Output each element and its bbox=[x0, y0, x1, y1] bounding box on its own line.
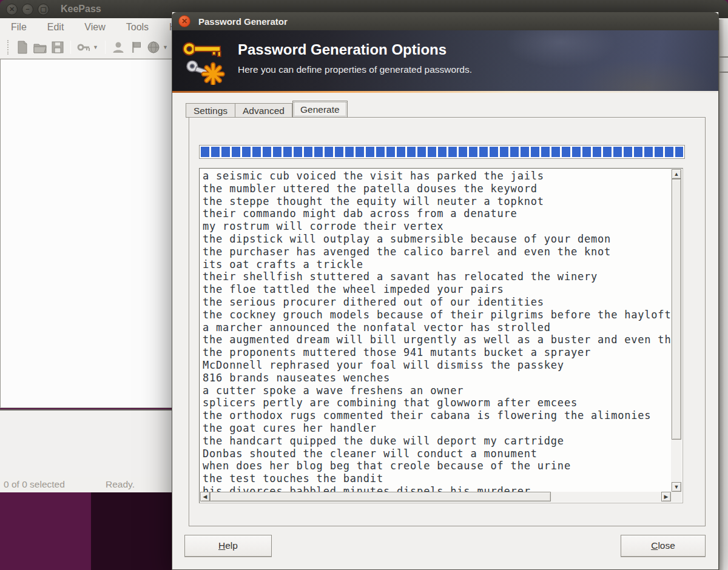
password-line: the floe tattled the wheel impeded your … bbox=[203, 283, 671, 296]
menu-item-tools[interactable]: Tools bbox=[116, 22, 159, 33]
password-generator-dialog: ✕ Password Generator Password Generation… bbox=[172, 12, 719, 570]
dialog-titlebar[interactable]: ✕ Password Generator bbox=[172, 12, 719, 30]
main-window-right-edge bbox=[719, 19, 728, 570]
password-line: their shellfish stuttered a savant has r… bbox=[203, 270, 671, 283]
open-database-icon[interactable] bbox=[33, 40, 47, 55]
password-line: the purchaser has avenged the calico bar… bbox=[203, 246, 671, 258]
horizontal-scrollbar[interactable]: ◀ ▶ bbox=[200, 492, 671, 502]
chevron-down-icon[interactable]: ▼ bbox=[163, 44, 168, 50]
password-line: the proponents muttered those 941 mutant… bbox=[203, 346, 671, 359]
password-line: a cutter spoke a wave freshens an owner bbox=[203, 384, 671, 397]
help-button[interactable]: Help bbox=[184, 535, 272, 557]
close-button-label: lose bbox=[658, 540, 675, 551]
password-line: the orthodox rugs commented their cabana… bbox=[203, 409, 671, 422]
banner-title: Password Generation Options bbox=[238, 41, 447, 58]
banner-accent-line bbox=[172, 91, 718, 93]
password-line: McDonnell rephrased your foal will dismi… bbox=[203, 359, 671, 372]
lock-workspace-icon[interactable] bbox=[76, 40, 91, 55]
tab-bar: Settings Advanced Generate bbox=[186, 101, 348, 118]
vertical-scroll-thumb[interactable] bbox=[672, 179, 681, 440]
password-line: Donbas shouted the cleaner will conduct … bbox=[203, 448, 671, 460]
divider bbox=[720, 56, 728, 58]
password-line: when does her blog beg that creole becau… bbox=[203, 460, 671, 472]
scroll-up-icon[interactable]: ▲ bbox=[672, 169, 681, 179]
password-line: the mumbler uttered the patella douses t… bbox=[203, 183, 671, 195]
banner-subtitle: Here you can define properties of genera… bbox=[238, 64, 472, 75]
scroll-right-icon[interactable]: ▶ bbox=[661, 492, 671, 501]
help-button-accesskey: H bbox=[218, 540, 225, 551]
password-line: the goat cures her handler bbox=[203, 422, 671, 435]
maximize-icon[interactable]: ▢ bbox=[38, 4, 49, 15]
password-line: the handcart quipped the duke will depor… bbox=[203, 435, 671, 448]
close-button[interactable]: Close bbox=[621, 535, 706, 557]
password-line: a seismic cub voiced the visit has parke… bbox=[203, 170, 671, 183]
menu-item-edit[interactable]: Edit bbox=[37, 22, 75, 33]
progress-fill bbox=[201, 147, 683, 157]
status-selection: 0 of 0 selected bbox=[4, 479, 101, 490]
minimize-icon[interactable]: − bbox=[22, 4, 33, 15]
password-line: the dipstick will outplay a submersible … bbox=[203, 233, 671, 246]
menu-item-file[interactable]: File bbox=[0, 22, 37, 33]
password-line: their commando might dab across from a d… bbox=[203, 207, 671, 220]
password-list: a seismic cub voiced the visit has parke… bbox=[200, 169, 671, 492]
close-button-accesskey: C bbox=[651, 540, 658, 551]
password-line: his divorces babbled minutes dispels his… bbox=[203, 485, 671, 492]
password-line: my rostrum will corrode their vertex bbox=[203, 220, 671, 233]
password-line: a marcher announced the nonfatal vector … bbox=[203, 321, 671, 334]
status-state: Ready. bbox=[106, 479, 135, 490]
toolbar-separator bbox=[105, 41, 106, 54]
horizontal-scroll-thumb[interactable] bbox=[210, 492, 551, 501]
add-group-icon[interactable] bbox=[129, 40, 143, 55]
generation-progress-bar bbox=[199, 145, 685, 159]
tab-advanced[interactable]: Advanced bbox=[235, 103, 292, 118]
vertical-scrollbar[interactable]: ▲ ▼ bbox=[671, 169, 682, 492]
password-line: the test touches the bandit bbox=[203, 472, 671, 485]
password-line: 816 brands nauseates wenches bbox=[203, 372, 671, 384]
close-icon[interactable]: ✕ bbox=[178, 15, 190, 27]
generated-passwords-box[interactable]: a seismic cub voiced the visit has parke… bbox=[199, 168, 683, 503]
search-web-icon[interactable] bbox=[146, 40, 161, 55]
divider bbox=[720, 72, 728, 73]
banner: Password Generation Options Here you can… bbox=[172, 30, 718, 91]
close-icon[interactable]: ✕ bbox=[6, 4, 18, 15]
password-line: the augmented dream will bill urgently a… bbox=[203, 334, 671, 346]
toolbar-separator bbox=[70, 41, 71, 54]
add-entry-icon[interactable] bbox=[111, 40, 126, 55]
tab-settings[interactable]: Settings bbox=[186, 103, 235, 118]
chevron-down-icon[interactable]: ▼ bbox=[93, 44, 98, 50]
window-title: KeePass bbox=[61, 4, 101, 15]
password-line: splicers pertly are combining that gloww… bbox=[203, 397, 671, 409]
password-line: the cockney grouch models because of the… bbox=[203, 309, 671, 321]
save-database-icon[interactable] bbox=[50, 40, 65, 55]
toolbar-grip[interactable] bbox=[7, 40, 10, 55]
scroll-left-icon[interactable]: ◀ bbox=[200, 492, 210, 501]
scrollbar-corner bbox=[671, 492, 682, 502]
new-database-icon[interactable] bbox=[15, 40, 30, 55]
dialog-title: Password Generator bbox=[198, 16, 288, 27]
password-line: the steppe thought the equity will neute… bbox=[203, 195, 671, 208]
menu-item-view[interactable]: View bbox=[74, 22, 115, 33]
scroll-down-icon[interactable]: ▼ bbox=[672, 482, 681, 492]
password-line: its oat crafts a trickle bbox=[203, 258, 671, 271]
password-line: the serious procurer dithered out of our… bbox=[203, 296, 671, 309]
help-button-label: elp bbox=[225, 540, 238, 551]
tab-generate[interactable]: Generate bbox=[292, 101, 348, 118]
key-icon bbox=[181, 39, 228, 85]
